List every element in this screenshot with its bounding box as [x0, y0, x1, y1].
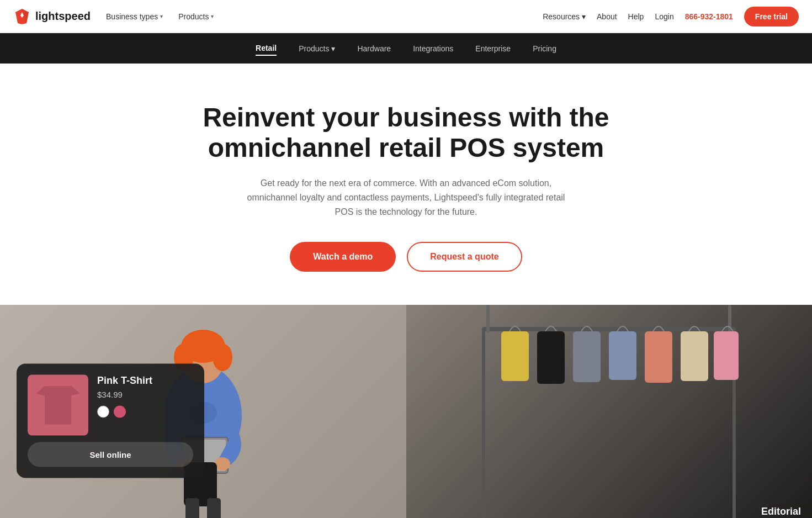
subnav-retail[interactable]: Retail	[256, 41, 277, 56]
editorial-badge: Editorial Powered by our omnichannel sol…	[643, 506, 801, 518]
subnav-pricing[interactable]: Pricing	[533, 42, 556, 55]
product-price: $34.99	[97, 390, 193, 399]
svg-rect-14	[486, 305, 490, 332]
svg-rect-11	[185, 498, 199, 518]
hero-section: Reinvent your business with the omnichan…	[0, 64, 812, 305]
product-name: Pink T-Shirt	[97, 375, 193, 387]
subnav-integrations[interactable]: Integrations	[413, 42, 453, 55]
clothing-rack-illustration	[471, 305, 747, 518]
editorial-title: Editorial	[643, 506, 801, 517]
nav-login[interactable]: Login	[655, 12, 673, 21]
logo-text: lightspeed	[35, 10, 91, 23]
hero-title: Reinvent your business with the omnichan…	[197, 102, 616, 163]
subnav-products[interactable]: Products ▾	[299, 42, 335, 55]
free-trial-button[interactable]: Free trial	[744, 7, 799, 27]
svg-rect-20	[573, 331, 601, 382]
subnav-enterprise[interactable]: Enterprise	[475, 42, 511, 55]
svg-point-4	[213, 343, 232, 371]
svg-rect-12	[207, 498, 221, 518]
chevron-down-icon: ▾	[160, 13, 163, 19]
nav-business-types-label: Business types	[106, 12, 158, 21]
nav-about[interactable]: About	[597, 12, 617, 21]
chevron-down-icon: ▾	[211, 13, 214, 19]
svg-rect-18	[501, 331, 529, 381]
swatch-pink[interactable]	[114, 406, 126, 418]
watch-demo-button[interactable]: Watch a demo	[290, 242, 396, 272]
chevron-down-icon: ▾	[331, 44, 335, 53]
nav-business-types[interactable]: Business types ▾	[106, 12, 163, 21]
top-navbar: lightspeed Business types ▾ Products ▾ R…	[0, 0, 812, 33]
subnav-hardware[interactable]: Hardware	[357, 42, 391, 55]
svg-point-8	[215, 457, 230, 471]
product-thumbnail	[28, 375, 88, 436]
swatch-white[interactable]	[97, 406, 109, 418]
nav-products-label: Products	[178, 12, 209, 21]
phone-number[interactable]: 866-932-1801	[685, 12, 733, 21]
color-swatches	[97, 406, 193, 418]
svg-rect-23	[681, 331, 708, 381]
nav-resources[interactable]: Resources ▾	[543, 12, 586, 21]
sub-navbar: Retail Products ▾ Hardware Integrations …	[0, 33, 812, 64]
svg-rect-24	[714, 331, 739, 380]
scene-right	[406, 305, 813, 518]
product-info: Pink T-Shirt $34.99	[97, 375, 193, 418]
tshirt-icon	[36, 386, 80, 425]
logo[interactable]: lightspeed	[13, 8, 91, 25]
svg-rect-16	[482, 329, 485, 518]
nav-products[interactable]: Products ▾	[178, 12, 214, 21]
hero-image-section: Pink T-Shirt $34.99 Sell online Editoria…	[0, 305, 812, 518]
nav-help[interactable]: Help	[628, 12, 644, 21]
hero-subtitle: Get ready for the next era of commerce. …	[246, 176, 566, 219]
sell-online-button[interactable]: Sell online	[28, 442, 193, 467]
svg-rect-21	[609, 331, 636, 380]
request-quote-button[interactable]: Request a quote	[407, 242, 522, 272]
svg-rect-22	[645, 331, 672, 383]
product-card: Pink T-Shirt $34.99 Sell online	[17, 364, 204, 478]
svg-rect-19	[537, 331, 565, 384]
